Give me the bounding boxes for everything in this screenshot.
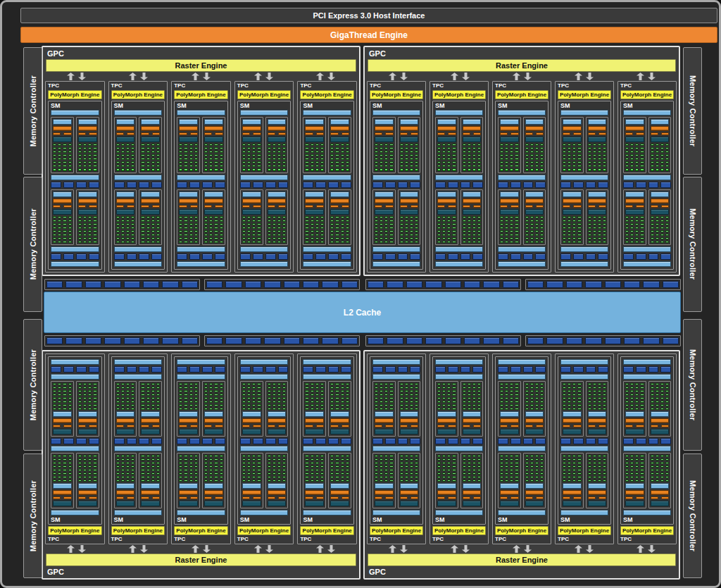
cuda-core [335,455,339,457]
tpc-box: TPCPolyMorph EngineSM [45,81,105,273]
cuda-core [121,455,125,457]
ldst-block [573,182,584,188]
cuda-core [277,401,281,403]
cuda-core [194,408,198,410]
cuda-core [53,161,56,163]
sm-processing-block [648,117,672,173]
cuda-core [53,401,56,403]
cuda-core [204,387,208,389]
cuda-core [410,237,413,239]
cuda-core [131,234,134,236]
cuda-core [660,469,664,471]
cuda-core [463,147,466,149]
cuda-core [656,158,659,160]
cache-bar [240,175,289,180]
ldst-block [372,438,383,444]
register-file-bar [141,137,160,142]
cuda-core [380,161,383,163]
cuda-core [151,237,155,239]
cuda-core [535,216,539,218]
cuda-core-grid [375,216,394,244]
ldst-block [51,254,61,260]
ldst-block [303,366,313,373]
cuda-core [214,397,218,399]
cuda-core [593,151,596,153]
register-file-bar [563,209,582,215]
cuda-core [220,404,223,406]
cuda-core [603,216,606,218]
cuda-core [515,465,518,468]
dispatch-unit [330,425,338,427]
cuda-core [121,394,125,396]
cuda-core [380,147,383,149]
dispatch-units-row [375,425,394,427]
cuda-core [598,476,601,478]
cuda-core [53,394,56,396]
cuda-core [83,234,87,236]
cache-bar [303,175,351,180]
dispatch-units-row [305,496,324,499]
cuda-core [58,397,61,399]
cuda-core [156,408,160,410]
tpc-box: SMPolyMorph EngineTPC [617,354,677,544]
cuda-core [146,465,150,468]
cuda-core [63,401,66,403]
cuda-core [121,237,125,239]
cuda-core [640,241,644,243]
cuda-core [660,383,664,385]
cuda-core [625,390,629,392]
cuda-core [525,476,529,478]
dispatch-unit [400,425,408,427]
cuda-core [472,154,476,156]
tpc-box: SMPolyMorph EngineTPC [45,354,105,544]
register-file-bar [305,209,324,215]
cuda-core [410,168,413,170]
cuda-core [315,220,319,222]
dispatch-unit [268,496,275,499]
cuda-core [540,465,544,468]
cuda-core [268,216,271,218]
cuda-core [410,408,413,410]
cache-bar [435,261,483,267]
dispatch-units-row [141,205,160,208]
cuda-core [194,168,198,170]
cuda-core [468,408,471,410]
cuda-core [400,151,403,153]
dispatch-unit [448,205,456,208]
cuda-core [242,151,246,153]
cuda-core [141,237,144,239]
cuda-core [472,230,476,232]
ldst-block [63,182,74,188]
cuda-core [447,394,451,396]
ldst-row [435,182,483,188]
cuda-core [415,480,418,482]
cuda-core [572,387,576,389]
cuda-core [126,408,130,410]
dispatch-units-row [563,132,582,135]
dispatch-unit [89,132,96,135]
cuda-core [88,383,92,385]
register-file-bar [179,209,198,215]
cuda-core [68,476,72,478]
cuda-core [410,397,413,399]
cuda-core [625,455,629,457]
cuda-core [311,151,314,153]
cuda-core [568,216,571,218]
polymorph-engine-bar: PolyMorph Engine [432,526,486,535]
cuda-core [151,390,155,392]
sm-processing-block [265,117,289,173]
cuda-core [335,458,339,461]
cuda-core [184,234,187,236]
cuda-core [131,404,134,406]
ldst-block [498,254,508,260]
cuda-core [468,216,471,218]
cuda-core [389,394,393,396]
cuda-core [146,227,150,229]
cuda-core [58,404,61,406]
cuda-core [452,147,456,149]
cuda-core [282,455,286,457]
warp-scheduler-bar [330,411,349,417]
cuda-core [126,480,130,482]
cuda-core [346,387,349,389]
cuda-core-grid [78,455,97,482]
